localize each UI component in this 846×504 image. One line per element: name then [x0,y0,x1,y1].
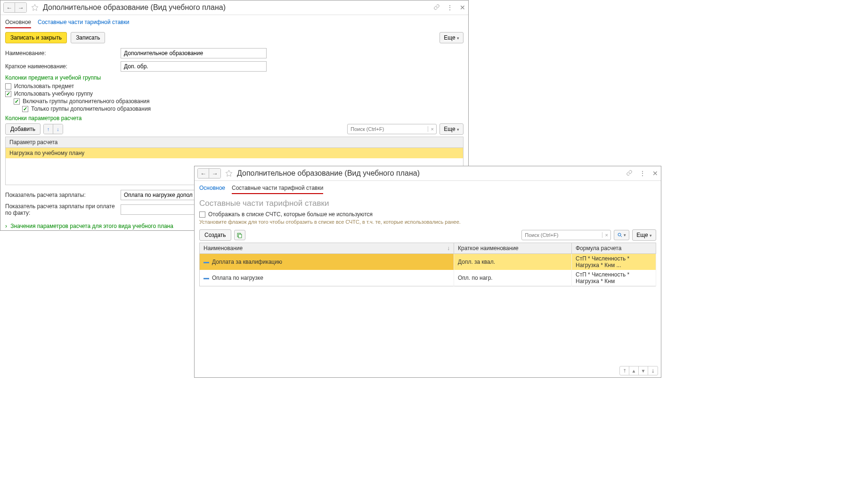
create-button[interactable]: Создать [199,229,231,241]
tab-parts[interactable]: Составные части тарифной ставки [38,19,129,28]
title-controls-2: ⋮ ✕ [626,170,658,178]
hint-text: Установите флажок для того чтобы отобраз… [199,219,656,226]
use-group-row[interactable]: Использовать учебную группу [5,90,464,97]
list-more-button[interactable]: Еще ▾ [632,229,656,241]
row-marker-icon [203,278,209,279]
back-button-2[interactable]: ← [198,169,209,178]
include-groups-row[interactable]: Включать группы дополнительного образова… [14,98,464,105]
more-button[interactable]: Еще ▾ [439,32,464,43]
tab-main[interactable]: Основное [5,19,31,28]
cell-name: Доплата за квалификацию [212,259,282,265]
tabs: Основное Составные части тарифной ставки [0,15,468,28]
list-search-input[interactable] [522,232,602,238]
use-subject-checkbox[interactable] [5,83,11,89]
chevron-right-icon: › [5,223,7,229]
show-unused-label: Отображать в списке СЧТС, которые больше… [208,211,373,218]
name-row: Наименование: [5,48,464,58]
svg-point-2 [618,233,621,236]
use-subject-row[interactable]: Использовать предмет [5,83,464,89]
nav-buttons-2: ← → [197,168,221,179]
col-short-header[interactable]: Краткое наименование [454,243,572,254]
only-groups-row[interactable]: Только группы дополнительного образовани… [22,106,464,112]
tab-parts-2[interactable]: Составные части тарифной ставки [232,185,323,194]
nav-buttons: ← → [3,2,27,13]
params-grid-header[interactable]: Параметр расчета [6,137,463,148]
cell-short: Допл. за квал. [454,254,572,270]
close-icon-2[interactable]: ✕ [652,170,658,177]
params-search-input[interactable] [348,126,428,132]
forward-button-2[interactable]: → [209,169,220,178]
tabs-2: Основное Составные части тарифной ставки [195,181,661,194]
section-params-header: Колонки параметров расчета [5,115,464,122]
link-icon-2[interactable] [626,170,633,178]
add-button[interactable]: Добавить [5,123,41,135]
name-input[interactable] [121,48,267,58]
nav-first-button[interactable]: ⤒ [620,366,629,375]
tab-main-2[interactable]: Основное [199,185,225,194]
col-name-header[interactable]: Наименование↓ [200,243,454,254]
expand-params-label: Значения параметров расчета для этого ви… [10,223,173,229]
nav-last-button[interactable]: ⤓ [648,366,658,375]
content-2: Составные части тарифной ставки Отобража… [195,194,661,290]
move-down-button[interactable]: ↓ [53,124,63,134]
menu-icon-2[interactable]: ⋮ [639,170,646,177]
svg-line-3 [621,236,622,237]
cell-short: Опл. по нагр. [454,270,572,286]
params-search-clear[interactable]: × [428,126,436,132]
table-row[interactable]: Оплата по нагрузке Опл. по нагр. СтП * Ч… [200,270,656,286]
favorite-button-2[interactable] [225,169,233,178]
params-toolbar: Добавить ↑ ↓ × Еще ▾ [5,123,464,135]
nav-down-button[interactable]: ▼ [639,366,648,375]
params-more-button[interactable]: Еще ▾ [439,123,464,135]
use-subject-label: Использовать предмет [14,83,74,89]
expand-params-link[interactable]: › Значения параметров расчета для этого … [5,223,173,229]
back-button[interactable]: ← [4,3,15,12]
window-parts: ← → Дополнительное образование (Вид учеб… [194,166,661,378]
include-groups-label: Включать группы дополнительного образова… [23,98,150,105]
params-search[interactable]: × [347,124,437,134]
window-title-2: Дополнительное образование (Вид учебного… [237,169,626,178]
sort-indicator: ↓ [447,245,450,252]
save-button[interactable]: Записать [71,32,105,43]
table-row[interactable]: Доплата за квалификацию Допл. за квал. С… [200,254,656,270]
list-toolbar: Создать × ▾ Еще ▾ [199,229,656,241]
shortname-label: Краткое наименование: [5,63,121,70]
list-search-clear[interactable]: × [602,232,610,238]
indicator-input[interactable] [121,190,196,200]
col-formula-header[interactable]: Формула расчета [572,243,656,254]
only-groups-checkbox[interactable] [22,106,28,112]
move-buttons: ↑ ↓ [43,124,63,134]
nav-up-button[interactable]: ▲ [629,366,639,375]
parts-table: Наименование↓ Краткое наименование Форму… [199,243,656,286]
save-close-button[interactable]: Записать и закрыть [5,32,67,43]
page-subtitle: Составные части тарифной ставки [199,199,656,208]
row-marker-icon [203,262,209,263]
use-group-checkbox[interactable] [5,91,11,97]
list-search[interactable]: × [521,230,611,240]
cell-formula: СтП * Численность * Нагрузка * Кнм ... [572,254,656,270]
indicator-fact-label: Показатель расчета зарплаты при оплате п… [5,203,121,216]
move-up-button[interactable]: ↑ [44,124,53,134]
menu-icon[interactable]: ⋮ [447,4,453,11]
cell-formula: СтП * Численность * Нагрузка * Кнм [572,270,656,286]
close-icon[interactable]: ✕ [460,4,465,11]
forward-button[interactable]: → [15,3,26,12]
show-unused-row[interactable]: Отображать в списке СЧТС, которые больше… [199,211,656,218]
copy-icon [236,232,243,238]
star-icon [225,170,233,177]
show-unused-checkbox[interactable] [199,211,205,218]
include-groups-checkbox[interactable] [14,98,20,105]
indicator-fact-input[interactable] [121,204,196,215]
svg-rect-1 [238,234,241,238]
title-controls: ⋮ ✕ [433,4,465,12]
only-groups-label: Только группы дополнительного образовани… [31,106,151,112]
shortname-input[interactable] [121,61,267,72]
params-grid-row[interactable]: Нагрузка по учебному плану [6,148,463,158]
magnifier-icon [617,232,623,238]
favorite-button[interactable] [31,3,39,12]
copy-button[interactable] [234,230,245,240]
star-icon [31,4,39,11]
search-dropdown-button[interactable]: ▾ [614,230,629,240]
use-group-label: Использовать учебную группу [14,90,93,97]
link-icon[interactable] [433,4,440,12]
